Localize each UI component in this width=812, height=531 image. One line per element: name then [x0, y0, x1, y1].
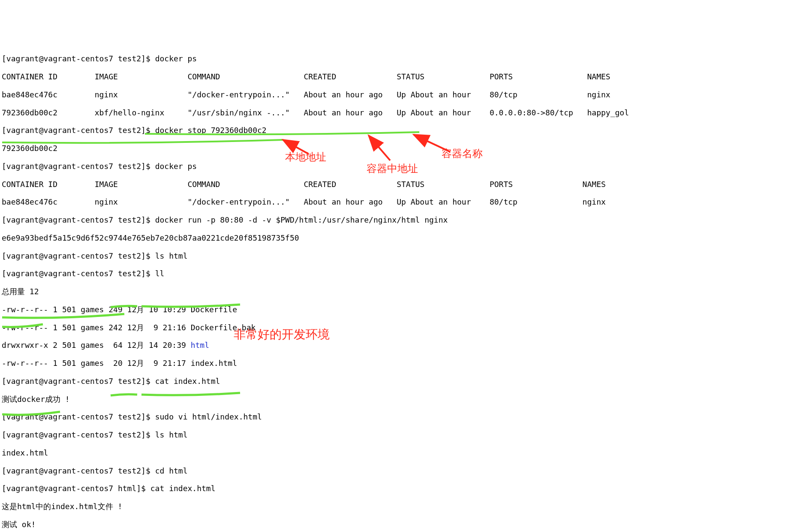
ps-header: CONTAINER ID IMAGE COMMAND CREATED STATU… [2, 72, 810, 81]
command: cat index.html [150, 484, 216, 493]
ll-row: drwxrwxr-x 2 501 games 64 12月 14 20:39 [2, 341, 191, 350]
command: cat index.html [155, 377, 220, 386]
command: docker stop 792360db00c2 [155, 126, 267, 135]
prompt: [vagrant@vagrant-centos7 test2]$ [2, 251, 155, 260]
ps-header: CONTAINER ID IMAGE COMMAND CREATED STATU… [2, 180, 810, 189]
command: ls html [155, 430, 188, 439]
command: docker ps [155, 54, 197, 63]
prompt: [vagrant@vagrant-centos7 test2]$ [2, 466, 155, 475]
ps-row: 792360db00c2 xbf/hello-nginx "/usr/sbin/… [2, 109, 810, 118]
command: ll [155, 269, 165, 278]
output: 792360db00c2 [2, 144, 810, 153]
prompt: [vagrant@vagrant-centos7 test2]$ [2, 162, 155, 171]
output: 测试docker成功 ! [2, 395, 810, 404]
prompt: [vagrant@vagrant-centos7 test2]$ [2, 54, 155, 63]
command: docker ps [155, 162, 197, 171]
prompt: [vagrant@vagrant-centos7 test2]$ [2, 126, 155, 135]
dir-name: html [191, 341, 209, 350]
ll-row: -rw-r--r-- 1 501 games 20 12月 9 21:17 in… [2, 359, 810, 368]
annotation-local-addr: 本地地址 [285, 151, 326, 163]
output: e6e9a93bedf5a15c9d6f52c9744e765eb7e20cb8… [2, 234, 810, 243]
prompt: [vagrant@vagrant-centos7 test2]$ [2, 215, 155, 224]
ll-row: -rw-r--r-- 1 501 games 242 12月 9 21:16 D… [2, 323, 810, 332]
output: index.html [2, 449, 810, 458]
output: 这是html中的index.html文件 ! [2, 502, 810, 511]
output: 总用量 12 [2, 287, 810, 296]
ps-row: bae848ec476c nginx "/docker-entrypoin...… [2, 91, 810, 100]
command: docker run -p 80:80 -d -v $PWD/html:/usr… [155, 215, 448, 224]
prompt: [vagrant@vagrant-centos7 test2]$ [2, 377, 155, 386]
prompt: [vagrant@vagrant-centos7 html]$ [2, 484, 150, 493]
prompt: [vagrant@vagrant-centos7 test2]$ [2, 430, 155, 439]
prompt: [vagrant@vagrant-centos7 test2]$ [2, 412, 155, 421]
command: sudo vi html/index.html [155, 412, 262, 421]
prompt: [vagrant@vagrant-centos7 test2]$ [2, 269, 155, 278]
command: ls html [155, 251, 188, 260]
terminal[interactable]: [vagrant@vagrant-centos7 test2]$ docker … [0, 45, 812, 531]
command: cd html [155, 466, 188, 475]
output: 测试 ok! [2, 520, 810, 529]
ll-row: -rw-r--r-- 1 501 games 249 12月 10 10:29 … [2, 305, 810, 314]
ps-row: bae848ec476c nginx "/docker-entrypoin...… [2, 198, 810, 207]
